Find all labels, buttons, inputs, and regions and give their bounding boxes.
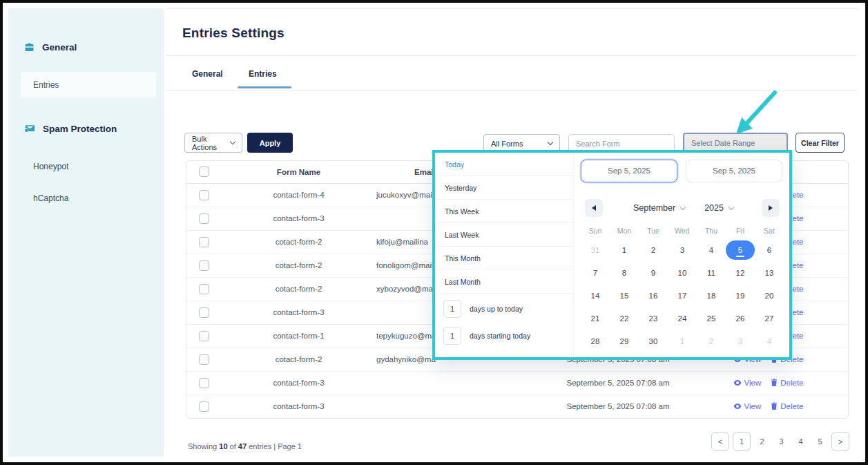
year-select[interactable]: 2025	[704, 203, 733, 213]
calendar-day[interactable]: 30	[639, 332, 668, 351]
sidebar-item-honeypot[interactable]: Honeypot	[21, 153, 156, 180]
clear-filter-button[interactable]: Clear Filter	[795, 133, 845, 153]
email-cell	[376, 371, 549, 395]
sidebar-section-spam-protection: Spam Protection	[23, 123, 117, 134]
pagination-prev-button[interactable]: <	[711, 432, 729, 451]
delete-link[interactable]: Delete	[771, 379, 803, 387]
weekday-label: Sun	[581, 227, 610, 236]
row-checkbox[interactable]	[199, 331, 209, 341]
calendar-day[interactable]: 19	[726, 286, 755, 305]
weekday-label: Sat	[755, 227, 784, 236]
row-checkbox[interactable]	[199, 401, 209, 412]
start-date-input[interactable]: Sep 5, 2025	[581, 160, 677, 182]
prev-month-button[interactable]	[585, 199, 603, 217]
apply-button[interactable]: Apply	[247, 133, 293, 153]
calendar-day[interactable]: 8	[610, 263, 639, 283]
column-header-form-name: Form Name	[221, 161, 376, 183]
calendar-day[interactable]: 13	[755, 263, 784, 283]
preset-last-month[interactable]: Last Month	[435, 270, 573, 294]
calendar-day[interactable]: 31	[581, 240, 610, 260]
calendar-day[interactable]: 6	[755, 240, 784, 260]
row-checkbox[interactable]	[199, 237, 209, 247]
sidebar: General Entries Spam Protection Honeypot…	[8, 8, 163, 457]
calendar-panel: Sep 5, 2025 Sep 5, 2025 September 2025	[574, 153, 789, 357]
sidebar-item-entries[interactable]: Entries	[21, 72, 156, 98]
days-count-input[interactable]	[443, 327, 461, 345]
calendar-day[interactable]: 29	[610, 332, 639, 351]
calendar-day[interactable]: 28	[581, 332, 610, 351]
form-name-cell: cotact-form-2	[221, 348, 376, 371]
days-count-input[interactable]	[443, 300, 461, 318]
calendar-day[interactable]: 15	[610, 286, 639, 305]
row-checkbox[interactable]	[199, 307, 209, 318]
sidebar-item-hcaptcha[interactable]: hCaptcha	[21, 185, 156, 211]
calendar-day[interactable]: 14	[581, 286, 610, 305]
row-checkbox[interactable]	[199, 260, 209, 271]
preset-last-week[interactable]: Last Week	[435, 223, 573, 247]
calendar-day[interactable]: 9	[639, 263, 668, 283]
preset-today[interactable]: Today	[435, 153, 573, 176]
view-link[interactable]: View	[733, 402, 762, 410]
prev-arrow-icon	[592, 205, 596, 211]
calendar-day[interactable]: 1	[610, 240, 639, 260]
pagination-next-button[interactable]: >	[831, 432, 849, 451]
tab-general[interactable]: General	[192, 69, 223, 79]
calendar-day[interactable]: 2	[697, 332, 726, 351]
view-link[interactable]: View	[733, 379, 762, 387]
calendar-day[interactable]: 1	[668, 332, 697, 351]
weekday-label: Tue	[639, 227, 668, 236]
calendar-day-selected[interactable]: 5	[726, 240, 755, 260]
delete-link[interactable]: Delete	[771, 402, 803, 410]
row-checkbox[interactable]	[199, 284, 209, 294]
calendar-day[interactable]: 23	[639, 309, 668, 328]
calendar-day[interactable]: 22	[610, 309, 639, 328]
preset-this-month[interactable]: This Month	[435, 247, 573, 270]
row-checkbox[interactable]	[199, 354, 209, 365]
calendar-day[interactable]: 25	[697, 309, 726, 328]
calendar-day[interactable]: 7	[581, 263, 610, 283]
calendar-day[interactable]: 2	[639, 240, 668, 260]
calendar-day[interactable]: 12	[726, 263, 755, 283]
calendar-day[interactable]: 10	[668, 263, 697, 283]
pagination-page-4[interactable]: 4	[793, 432, 809, 451]
pagination-page-5[interactable]: 5	[812, 432, 828, 451]
calendar-day[interactable]: 18	[697, 286, 726, 305]
select-all-checkbox[interactable]	[199, 167, 209, 177]
preset-yesterday[interactable]: Yesterday	[435, 176, 573, 200]
form-name-cell: contact-form-4	[221, 183, 376, 207]
row-checkbox[interactable]	[199, 378, 209, 388]
calendar-day[interactable]: 21	[581, 309, 610, 328]
row-checkbox[interactable]	[199, 190, 209, 200]
pagination-page-1[interactable]: 1	[733, 432, 751, 451]
calendar-day[interactable]: 3	[668, 240, 697, 260]
tab-entries[interactable]: Entries	[249, 69, 277, 79]
eye-icon	[733, 379, 742, 386]
form-name-cell: cotact-form-2	[221, 230, 376, 254]
mail-icon	[23, 123, 36, 134]
custom-range-row: days up to today	[435, 296, 573, 321]
calendar-day[interactable]: 27	[755, 309, 784, 328]
sidebar-item-label: Honeypot	[33, 162, 68, 171]
bulk-actions-select[interactable]: Bulk Actions	[184, 133, 242, 153]
calendar-day[interactable]: 4	[755, 332, 784, 351]
calendar-day[interactable]: 26	[726, 309, 755, 328]
year-label: 2025	[704, 203, 724, 213]
calendar-day[interactable]: 20	[755, 286, 784, 305]
pagination-page-3[interactable]: 3	[773, 432, 789, 451]
divider	[166, 55, 857, 56]
calendar-day[interactable]: 3	[726, 332, 755, 351]
calendar-day[interactable]: 17	[668, 286, 697, 305]
calendar-day[interactable]: 4	[697, 240, 726, 260]
weekday-header-row: SunMonTueWedThuFriSat	[581, 227, 784, 236]
calendar-day[interactable]: 24	[668, 309, 697, 328]
month-select[interactable]: September	[633, 203, 685, 213]
calendar-day[interactable]: 11	[697, 263, 726, 283]
row-checkbox[interactable]	[199, 213, 209, 224]
preset-this-week[interactable]: This Week	[435, 200, 573, 223]
end-date-input[interactable]: Sep 5, 2025	[686, 160, 782, 182]
form-name-cell: contact-form-3	[221, 207, 376, 230]
pagination-page-2[interactable]: 2	[754, 432, 770, 451]
chevron-down-icon	[680, 205, 686, 210]
next-month-button[interactable]	[762, 199, 780, 217]
calendar-day[interactable]: 16	[639, 286, 668, 305]
